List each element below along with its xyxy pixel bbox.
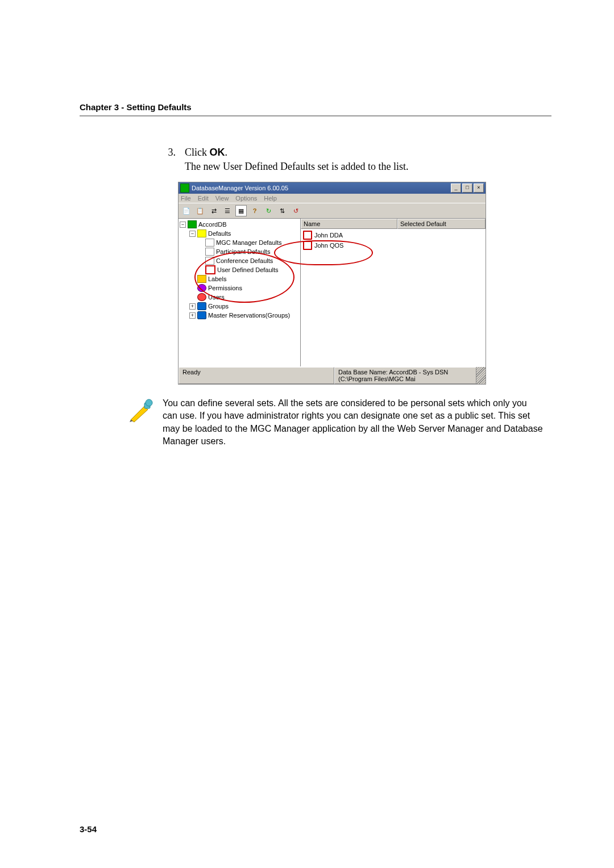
chapter-rule <box>80 115 551 116</box>
close-button[interactable]: × <box>474 183 484 193</box>
maximize-button[interactable]: □ <box>462 183 472 193</box>
tree-defaults[interactable]: − Defaults <box>180 229 299 238</box>
note-icon <box>128 397 155 423</box>
tree-item-label: Master Reservations(Groups) <box>208 311 290 320</box>
tree-item-label: Groups <box>208 302 229 311</box>
list-header: Name Selected Default <box>301 219 486 229</box>
expander-icon[interactable]: − <box>180 222 186 228</box>
tree-item-label: Labels <box>208 274 226 283</box>
minimize-button[interactable]: _ <box>451 183 461 193</box>
window-title: DatabaseManager Version 6.00.05 <box>192 185 288 191</box>
tree-labels[interactable]: Labels <box>180 274 299 283</box>
user-defined-icon <box>303 231 312 240</box>
doc-icon <box>205 239 214 247</box>
users-icon <box>197 293 206 301</box>
user-defined-icon <box>205 265 215 274</box>
menu-options[interactable]: Options <box>235 195 257 202</box>
menu-help[interactable]: Help <box>264 195 277 202</box>
refresh-green-icon[interactable]: ↻ <box>263 205 274 216</box>
column-name[interactable]: Name <box>301 219 397 229</box>
menu-edit[interactable]: Edit <box>198 195 209 202</box>
step-action-bold: OK <box>210 147 225 158</box>
expander-icon[interactable]: + <box>189 312 196 319</box>
list-pane: Name Selected Default John DDA John QOS <box>301 219 486 366</box>
groups-icon <box>197 311 206 319</box>
list-row[interactable]: John QOS <box>302 240 484 251</box>
titlebar: DatabaseManager Version 6.00.05 _ □ × <box>179 182 486 194</box>
column-selected-default[interactable]: Selected Default <box>397 219 486 229</box>
expander-icon[interactable]: − <box>189 231 196 237</box>
tree-users[interactable]: Users <box>180 293 299 302</box>
network-icon[interactable]: ⇄ <box>208 205 219 216</box>
list-row[interactable]: John DDA <box>302 230 484 240</box>
tree-pane: − AccordDB − Defaults MGC Manager Defaul… <box>179 219 301 366</box>
tree-item-label: Permissions <box>208 283 242 293</box>
tree-item-label: Users <box>208 293 225 302</box>
doc-icon <box>205 257 214 265</box>
step-result: The new User Defined Defaults set is add… <box>185 161 551 173</box>
status-left: Ready <box>179 367 334 384</box>
label-icon <box>197 275 206 283</box>
database-icon <box>188 220 197 228</box>
tree-conference-defaults[interactable]: Conference Defaults <box>180 256 299 265</box>
menubar: File Edit View Options Help <box>179 194 486 203</box>
menu-view[interactable]: View <box>215 195 229 202</box>
copy-icon[interactable]: 📄 <box>181 205 192 216</box>
tree-master-reservations[interactable]: + Master Reservations(Groups) <box>180 311 299 320</box>
sync-icon[interactable]: ⇅ <box>276 205 288 216</box>
user-defined-icon <box>303 241 312 250</box>
tree-participant-defaults[interactable]: Participant Defaults <box>180 247 299 256</box>
list-row-name: John DDA <box>314 232 343 239</box>
paste-icon[interactable]: 📋 <box>194 205 206 216</box>
folder-icon <box>197 229 206 237</box>
app-window: DatabaseManager Version 6.00.05 _ □ × Fi… <box>178 182 486 385</box>
svg-point-1 <box>146 399 152 406</box>
step-number: 3. <box>162 145 176 160</box>
step-action-prefix: Click <box>185 147 210 158</box>
tree-root[interactable]: − AccordDB <box>180 220 299 229</box>
grid-icon[interactable]: ▦ <box>235 205 247 216</box>
toolbar: 📄 📋 ⇄ ☰ ▦ ? ↻ ⇅ ↺ <box>179 203 486 219</box>
groups-icon <box>197 302 206 310</box>
statusbar: Ready Data Base Name: AccordDB - Sys DSN… <box>179 366 486 384</box>
permissions-icon <box>197 284 206 292</box>
tree-defaults-label: Defaults <box>208 229 231 238</box>
list-icon[interactable]: ☰ <box>222 205 233 216</box>
tree-item-label: MGC Manager Defaults <box>216 238 282 247</box>
tree-user-defined-defaults[interactable]: User Defined Defaults <box>180 265 299 274</box>
chapter-header: Chapter 3 - Setting Defaults <box>80 102 551 112</box>
refresh-red-icon[interactable]: ↺ <box>290 205 301 216</box>
resize-grip-icon[interactable] <box>476 367 486 384</box>
tree-mgc-manager-defaults[interactable]: MGC Manager Defaults <box>180 238 299 247</box>
app-icon <box>180 183 189 193</box>
tree-permissions[interactable]: Permissions <box>180 283 299 293</box>
menu-file[interactable]: File <box>181 195 191 202</box>
tree-item-label: Conference Defaults <box>216 256 273 265</box>
tree-groups[interactable]: + Groups <box>180 302 299 311</box>
doc-icon <box>205 248 214 256</box>
note-text: You can define several sets. All the set… <box>163 397 544 448</box>
step-row: 3. Click OK. <box>162 145 551 160</box>
tree-root-label: AccordDB <box>198 220 227 229</box>
step-action-suffix: . <box>225 147 228 158</box>
expander-icon[interactable]: + <box>189 303 196 310</box>
page-number: 3-54 <box>80 824 97 834</box>
tree-item-label: Participant Defaults <box>216 247 270 256</box>
list-row-name: John QOS <box>314 242 343 249</box>
status-right: Data Base Name: AccordDB - Sys DSN (C:\P… <box>334 367 476 384</box>
tree-item-label: User Defined Defaults <box>217 265 279 274</box>
help-icon[interactable]: ? <box>249 205 260 216</box>
